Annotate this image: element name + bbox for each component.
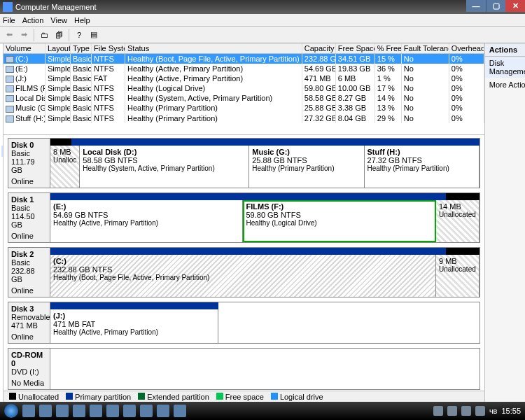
- actions-header: Actions: [485, 43, 525, 57]
- window-titlebar: Computer Management — ▢ ✕: [0, 0, 525, 14]
- taskbar-icon[interactable]: [73, 405, 85, 417]
- window-maximize-button[interactable]: ▢: [486, 0, 505, 12]
- help-button[interactable]: ?: [73, 29, 85, 41]
- toolbar: ⬅ ➡ 🗀 🗐 ? ▤: [0, 27, 525, 43]
- window-minimize-button[interactable]: —: [466, 0, 486, 12]
- partition[interactable]: 9 MBUnallocated: [436, 255, 479, 297]
- tray-icon[interactable]: [475, 406, 485, 416]
- volume-row[interactable]: Music (G:)SimpleBasicNTFSHealthy (Primar…: [4, 103, 484, 113]
- column-header[interactable]: Overhead: [449, 43, 484, 53]
- disk-panel[interactable]: Disk 2Basic232.88 GBOnline(C:)232.88 GB …: [8, 247, 480, 298]
- back-button[interactable]: ⬅: [3, 29, 15, 41]
- disk-panel[interactable]: CD-ROM 0DVD (I:)No Media: [8, 348, 480, 390]
- taskbar-icon[interactable]: [123, 405, 136, 417]
- disk-panel[interactable]: Disk 3Removable471 MBOnline(J:)471 MB FA…: [8, 302, 480, 344]
- forward-button[interactable]: ➡: [18, 29, 30, 41]
- column-header[interactable]: Capacity: [302, 43, 336, 53]
- menu-file[interactable]: File: [3, 16, 15, 24]
- legend-item: Logical drive: [271, 393, 323, 401]
- volume-row[interactable]: (C:)SimpleBasicNTFSHealthy (Boot, Page F…: [4, 54, 484, 64]
- volume-list[interactable]: VolumeLayoutTypeFile SystemStatusCapacit…: [4, 43, 484, 134]
- actions-item-more-actions[interactable]: More Actions▸: [485, 78, 525, 91]
- menu-view[interactable]: View: [50, 16, 67, 24]
- column-header[interactable]: % Free: [375, 43, 402, 53]
- taskbar-icon[interactable]: [56, 405, 69, 417]
- column-header[interactable]: Fault Tolerance: [402, 43, 449, 53]
- partition[interactable]: FILMS (F:)59.80 GB NTFSHealthy (Logical …: [243, 200, 435, 242]
- actions-pane: Actions Disk Management▴ More Actions▸: [485, 43, 525, 402]
- tray-icon[interactable]: [447, 406, 457, 416]
- tray-icon[interactable]: [461, 406, 471, 416]
- app-icon: [3, 2, 13, 12]
- partition[interactable]: Local Disk (D:)58.58 GB NTFSHealthy (Sys…: [80, 146, 249, 188]
- legend-item: Unallocated: [9, 393, 59, 401]
- taskbar-icon[interactable]: [22, 405, 35, 417]
- legend-item: Primary partition: [66, 393, 131, 401]
- partition[interactable]: (E:)54.69 GB NTFSHealthy (Active, Primar…: [50, 200, 243, 242]
- taskbar-icon[interactable]: [174, 405, 186, 417]
- taskbar-icon[interactable]: [90, 405, 102, 417]
- actions-item-disk-management[interactable]: Disk Management▴: [485, 57, 525, 78]
- disk-map[interactable]: Disk 0Basic111.79 GBOnline8 MBUnallocLoc…: [4, 134, 484, 391]
- disk-panel[interactable]: Disk 1Basic114.50 GBOnline(E:)54.69 GB N…: [8, 192, 480, 243]
- language-indicator[interactable]: чв: [489, 407, 498, 415]
- taskbar-icon[interactable]: [106, 405, 119, 417]
- volume-row[interactable]: Stuff (H:)SimpleBasicNTFSHealthy (Primar…: [4, 113, 484, 123]
- volume-row[interactable]: FILMS (F:)SimpleBasicNTFSHealthy (Logica…: [4, 83, 484, 93]
- disk-panel[interactable]: Disk 0Basic111.79 GBOnline8 MBUnallocLoc…: [8, 138, 480, 188]
- column-header[interactable]: Layout: [46, 43, 71, 53]
- tray-icon[interactable]: [433, 406, 443, 416]
- partition[interactable]: (C:)232.88 GB NTFSHealthy (Boot, Page Fi…: [50, 255, 436, 297]
- tree-item[interactable]: Computer Management (Local: [1, 45, 3, 56]
- menu-action[interactable]: Action: [22, 16, 44, 24]
- refresh-button[interactable]: 🗀: [38, 29, 50, 41]
- properties-button[interactable]: 🗐: [52, 29, 65, 41]
- volume-row[interactable]: (E:)SimpleBasicNTFSHealthy (Active, Prim…: [4, 64, 484, 74]
- view-button[interactable]: ▤: [88, 29, 100, 41]
- volume-row[interactable]: Local Disk (D:)SimpleBasicNTFSHealthy (S…: [4, 93, 484, 103]
- taskbar[interactable]: чв 15:55: [0, 402, 525, 420]
- volume-list-header[interactable]: VolumeLayoutTypeFile SystemStatusCapacit…: [4, 43, 484, 54]
- clock[interactable]: 15:55: [501, 407, 521, 415]
- window-close-button[interactable]: ✕: [505, 0, 525, 12]
- taskbar-icon[interactable]: [39, 405, 52, 417]
- column-header[interactable]: Volume: [4, 43, 46, 53]
- partition[interactable]: Stuff (H:)27.32 GB NTFSHealthy (Primary …: [365, 146, 479, 188]
- menu-help[interactable]: Help: [74, 16, 90, 24]
- legend-item: Extended partition: [138, 393, 209, 401]
- menubar: File Action View Help: [0, 14, 525, 27]
- taskbar-icon[interactable]: [140, 405, 153, 417]
- column-header[interactable]: Free Space: [336, 43, 375, 53]
- column-header[interactable]: Type: [71, 43, 92, 53]
- window-title: Computer Management: [15, 3, 97, 11]
- column-header[interactable]: File System: [92, 43, 125, 53]
- partition[interactable]: Music (G:)25.88 GB NTFSHealthy (Primary …: [249, 146, 364, 188]
- volume-row[interactable]: (J:)SimpleBasicFATHealthy (Active, Prima…: [4, 74, 484, 83]
- partition[interactable]: 14 MBUnallocated: [436, 200, 479, 242]
- start-button[interactable]: [4, 404, 18, 418]
- partition[interactable]: 8 MBUnalloc: [50, 146, 80, 188]
- system-tray[interactable]: чв 15:55: [433, 406, 521, 416]
- legend-item: Free space: [216, 393, 264, 401]
- taskbar-icon[interactable]: [157, 405, 169, 417]
- column-header[interactable]: Status: [125, 43, 302, 53]
- partition[interactable]: (J:)471 MB FATHealthy (Active, Primary P…: [50, 309, 218, 343]
- legend: UnallocatedPrimary partitionExtended par…: [4, 391, 484, 402]
